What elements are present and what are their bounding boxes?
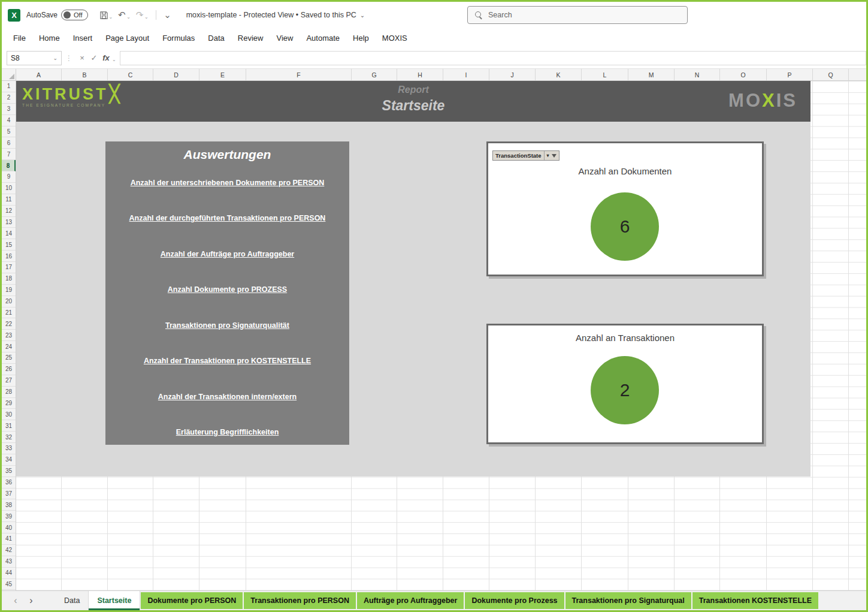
row-header-3[interactable]: 3	[2, 104, 16, 115]
row-header-16[interactable]: 16	[2, 251, 16, 262]
ribbon-tab-home[interactable]: Home	[32, 28, 66, 47]
row-header-43[interactable]: 43	[2, 556, 16, 568]
row-header-2[interactable]: 2	[2, 92, 16, 104]
row-header-33[interactable]: 33	[2, 443, 16, 454]
row-header-22[interactable]: 22	[2, 318, 16, 330]
report-link-6[interactable]: Anzahl der Transaktionen pro KOSTENSTELL…	[110, 357, 344, 365]
name-box[interactable]: S8 ⌄	[7, 51, 62, 65]
ribbon-tab-formulas[interactable]: Formulas	[156, 28, 201, 47]
sheet-tab-data[interactable]: Data	[56, 591, 89, 610]
report-link-1[interactable]: Anzahl der unterschriebenen Dokumente pr…	[110, 179, 344, 187]
report-link-5[interactable]: Transaktionen pro Signaturqualität	[110, 321, 344, 330]
column-header-J[interactable]: J	[489, 69, 536, 80]
row-header-24[interactable]: 24	[2, 341, 16, 352]
row-header-11[interactable]: 11	[2, 194, 16, 206]
column-header-L[interactable]: L	[582, 69, 628, 80]
row-header-36[interactable]: 36	[2, 477, 16, 489]
row-header-42[interactable]: 42	[2, 545, 16, 556]
sheet-tab-transaktionen-pro-person[interactable]: Transaktionen pro PERSON	[244, 592, 356, 609]
ribbon-tab-insert[interactable]: Insert	[66, 28, 99, 47]
row-header-32[interactable]: 32	[2, 432, 16, 443]
customize-toolbar-icon[interactable]: ⌄	[161, 8, 174, 22]
row-header-21[interactable]: 21	[2, 307, 16, 319]
row-header-29[interactable]: 29	[2, 398, 16, 409]
row-header-27[interactable]: 27	[2, 375, 16, 387]
row-header-34[interactable]: 34	[2, 454, 16, 466]
sheet-tab-aufträge-pro-auftraggeber[interactable]: Aufträge pro Auftraggeber	[357, 592, 464, 609]
report-link-3[interactable]: Anzahl der Aufträge pro Auftraggeber	[110, 250, 344, 258]
row-header-1[interactable]: 1	[2, 81, 16, 92]
row-header-26[interactable]: 26	[2, 364, 16, 375]
cancel-icon[interactable]: ×	[76, 51, 88, 65]
ribbon-tab-view[interactable]: View	[270, 28, 300, 47]
row-header-20[interactable]: 20	[2, 296, 16, 307]
row-header-35[interactable]: 35	[2, 466, 16, 477]
sheet-tab-dokumente-pro-prozess[interactable]: Dokumente pro Prozess	[465, 592, 564, 609]
ribbon-tab-data[interactable]: Data	[201, 28, 231, 47]
sheet-tab-transaktionen-pro-signaturqual[interactable]: Transaktionen pro Signaturqual	[565, 592, 691, 609]
row-header-5[interactable]: 5	[2, 126, 16, 138]
column-header-I[interactable]: I	[443, 69, 489, 80]
ribbon-tab-page-layout[interactable]: Page Layout	[99, 28, 156, 47]
column-header-D[interactable]: D	[153, 69, 199, 80]
row-header-18[interactable]: 18	[2, 273, 16, 285]
row-header-31[interactable]: 31	[2, 420, 16, 432]
row-header-37[interactable]: 37	[2, 489, 16, 500]
sheet-tab-transaktionen-kostenstelle[interactable]: Transaktionen KOSTENSTELLE	[692, 592, 818, 609]
column-header-F[interactable]: F	[246, 69, 352, 80]
sheet-nav-right-icon[interactable]: ›	[23, 595, 39, 606]
formula-expand-icon[interactable]: ⌄	[112, 57, 116, 62]
autosave-toggle[interactable]: Off	[61, 10, 87, 20]
report-link-8[interactable]: Erläuterung Begrifflichkeiten	[110, 428, 344, 436]
sheet-tab-startseite[interactable]: Startseite	[89, 591, 140, 610]
column-header-R[interactable]: R	[849, 69, 866, 80]
row-header-4[interactable]: 4	[2, 115, 16, 126]
sheet-tab-dokumente-pro-person[interactable]: Dokumente pro PERSON	[141, 592, 243, 609]
sheet-cells[interactable]: XITRUST ╳ THE ESIGNATURE COMPANY Report …	[16, 81, 866, 590]
column-header-M[interactable]: M	[628, 69, 675, 80]
row-header-44[interactable]: 44	[2, 568, 16, 579]
save-options-icon[interactable]: ⌄	[109, 14, 113, 20]
column-header-E[interactable]: E	[199, 69, 246, 80]
row-header-6[interactable]: 6	[2, 137, 16, 149]
document-title[interactable]: moxis-template - Protected View • Saved …	[186, 11, 365, 19]
row-header-13[interactable]: 13	[2, 217, 16, 228]
ribbon-tab-review[interactable]: Review	[231, 28, 270, 47]
insert-function-icon[interactable]: fx	[100, 51, 112, 65]
row-header-41[interactable]: 41	[2, 533, 16, 545]
select-all-corner[interactable]	[2, 69, 16, 80]
excel-app-icon[interactable]: X	[8, 9, 20, 22]
column-header-G[interactable]: G	[352, 69, 397, 80]
transactionstate-filter[interactable]: TransactionState ▾	[492, 150, 559, 161]
row-header-40[interactable]: 40	[2, 522, 16, 533]
column-header-A[interactable]: A	[16, 69, 62, 80]
report-link-7[interactable]: Anzahl der Transaktionen intern/extern	[110, 393, 344, 401]
undo-options-icon[interactable]: ⌄	[126, 14, 131, 20]
ribbon-tab-help[interactable]: Help	[346, 28, 376, 47]
column-header-H[interactable]: H	[397, 69, 443, 80]
row-header-10[interactable]: 10	[2, 183, 16, 194]
row-header-12[interactable]: 12	[2, 206, 16, 217]
enter-icon[interactable]: ✓	[88, 51, 100, 65]
row-header-19[interactable]: 19	[2, 285, 16, 296]
ribbon-tab-file[interactable]: File	[7, 28, 32, 47]
column-header-Q[interactable]: Q	[813, 69, 849, 80]
row-header-38[interactable]: 38	[2, 499, 16, 511]
column-header-B[interactable]: B	[62, 69, 108, 80]
row-header-17[interactable]: 17	[2, 262, 16, 273]
search-bar[interactable]: Search	[467, 6, 688, 24]
row-header-25[interactable]: 25	[2, 352, 16, 364]
row-header-28[interactable]: 28	[2, 387, 16, 398]
row-header-39[interactable]: 39	[2, 511, 16, 522]
row-header-30[interactable]: 30	[2, 409, 16, 420]
column-header-K[interactable]: K	[536, 69, 582, 80]
row-header-23[interactable]: 23	[2, 330, 16, 341]
row-header-9[interactable]: 9	[2, 171, 16, 183]
sheet-nav-left-icon[interactable]: ‹	[8, 595, 23, 606]
report-link-4[interactable]: Anzahl Dokumente pro PROZESS	[110, 285, 344, 294]
row-header-45[interactable]: 45	[2, 579, 16, 590]
column-header-P[interactable]: P	[767, 69, 813, 80]
row-header-7[interactable]: 7	[2, 149, 16, 160]
ribbon-tab-moxis[interactable]: MOXIS	[376, 28, 414, 47]
redo-options-icon[interactable]: ⌄	[144, 14, 149, 20]
